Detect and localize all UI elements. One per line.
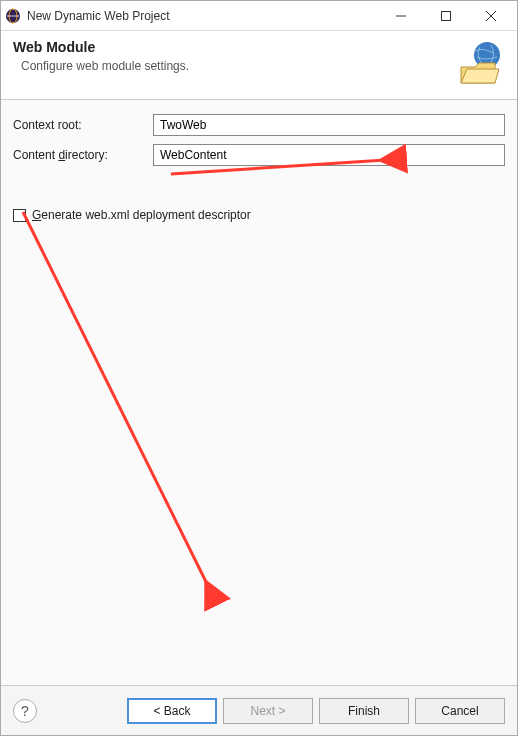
wizard-banner-icon [455,39,505,89]
context-root-label: Context root: [13,118,153,132]
window-controls [378,2,513,30]
minimize-button[interactable] [378,2,423,30]
wizard-header-text: Web Module Configure web module settings… [13,39,447,73]
window-title: New Dynamic Web Project [27,9,378,23]
annotation-arrow-2 [5,200,235,620]
content-directory-input[interactable] [153,144,505,166]
close-button[interactable] [468,2,513,30]
next-button: Next > [223,698,313,724]
svg-line-9 [23,212,215,600]
help-button[interactable]: ? [13,699,37,723]
help-icon: ? [21,703,29,719]
button-bar: ? < Back Next > Finish Cancel [1,685,517,735]
content-area: Context root: Content directory: Generat… [1,100,517,685]
context-root-input[interactable] [153,114,505,136]
wizard-header: Web Module Configure web module settings… [1,31,517,100]
titlebar: New Dynamic Web Project [1,1,517,31]
page-subtitle: Configure web module settings. [21,59,447,73]
generate-webxml-checkbox[interactable] [13,209,26,222]
context-root-row: Context root: [13,114,505,136]
content-directory-label: Content directory: [13,148,153,162]
dialog-window: New Dynamic Web Project Web Module Confi… [0,0,518,736]
content-directory-row: Content directory: [13,144,505,166]
maximize-button[interactable] [423,2,468,30]
generate-webxml-row[interactable]: Generate web.xml deployment descriptor [13,208,505,222]
finish-button[interactable]: Finish [319,698,409,724]
eclipse-icon [5,8,21,24]
generate-webxml-label[interactable]: Generate web.xml deployment descriptor [32,208,251,222]
cancel-button[interactable]: Cancel [415,698,505,724]
back-button[interactable]: < Back [127,698,217,724]
svg-rect-4 [441,11,450,20]
page-title: Web Module [13,39,447,55]
